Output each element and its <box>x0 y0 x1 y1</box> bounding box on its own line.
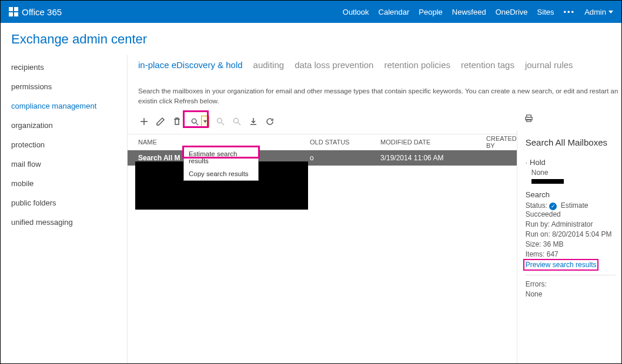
menu-estimate-results[interactable]: Estimate search results <box>184 147 258 167</box>
check-circle-icon: ✓ <box>549 203 557 210</box>
details-pane: Search All Mailboxes ·Hold None Search S… <box>517 130 621 364</box>
sidebar-item-protection[interactable]: protection <box>1 135 127 154</box>
left-nav: recipients permissions compliance manage… <box>1 55 128 364</box>
caret-down-icon <box>203 120 207 123</box>
new-button[interactable] <box>138 115 150 128</box>
page-description: Search the mailboxes in your organizatio… <box>128 73 621 110</box>
sidebar-item-permissions[interactable]: permissions <box>1 77 127 96</box>
feature-tabs: in-place eDiscovery & hold auditing data… <box>128 55 621 73</box>
tab-ediscovery[interactable]: in-place eDiscovery & hold <box>138 60 243 73</box>
search-split-button[interactable] <box>188 115 210 128</box>
plus-icon <box>139 117 149 126</box>
search-drop352-menu: Estimate search results Copy search resu… <box>183 147 259 181</box>
sidebar-item-compliance[interactable]: compliance management <box>1 96 127 116</box>
tab-auditing[interactable]: auditing <box>253 60 285 73</box>
tab-retention-tags[interactable]: retention tags <box>461 60 514 73</box>
stop-search-button[interactable] <box>215 115 226 128</box>
sidebar-item-publicfolders[interactable]: public folders <box>1 193 127 213</box>
size-line: Size: 36 MB <box>526 240 616 248</box>
tab-journal-rules[interactable]: journal rules <box>525 60 573 73</box>
toolbar <box>128 113 621 130</box>
nav-calendar[interactable]: Calendar <box>379 8 410 16</box>
cell-modified: 3/19/2014 11:06 AM <box>380 154 486 162</box>
details-title: Search All Mailboxes <box>526 137 616 147</box>
search-play-icon <box>232 117 242 126</box>
runon-line: Run on: 8/20/2014 5:04 PM <box>526 230 616 238</box>
col-header-modified[interactable]: MODIFIED DATE <box>380 139 486 146</box>
svg-rect-5 <box>527 120 531 122</box>
cell-hold: o <box>310 154 380 162</box>
sidebar-item-organization[interactable]: organization <box>1 116 127 135</box>
svg-point-1 <box>218 119 222 123</box>
search-dropdown-toggle[interactable] <box>201 116 209 127</box>
runby-line: Run by: Administrator <box>526 220 616 228</box>
page-title: Exchange admin center <box>1 23 621 55</box>
printer-icon <box>524 114 533 123</box>
nav-admin-dropdown[interactable]: Admin <box>584 8 613 16</box>
refresh-icon <box>265 117 275 126</box>
sidebar-item-mobile[interactable]: mobile <box>1 174 127 193</box>
refresh-button[interactable] <box>264 115 276 128</box>
hold-value: None <box>526 168 616 177</box>
nav-admin-label: Admin <box>584 8 606 16</box>
sidebar-item-mailflow[interactable]: mail flow <box>1 154 127 174</box>
svg-point-0 <box>192 119 196 123</box>
errors-label: Errors: <box>526 280 616 288</box>
resume-search-button[interactable] <box>231 115 243 128</box>
sidebar-item-unifiedmessaging[interactable]: unified messaging <box>1 213 127 232</box>
export-button[interactable] <box>248 115 259 128</box>
search-section-label: Search <box>526 190 616 199</box>
nav-sites[interactable]: Sites <box>537 8 554 16</box>
nav-newsfeed[interactable]: Newsfeed <box>452 8 486 16</box>
preview-search-results-link[interactable]: Preview search results <box>526 261 597 269</box>
menu-copy-results[interactable]: Copy search results <box>184 167 258 180</box>
status-line: Status: ✓ Estimate Succeeded <box>526 201 616 218</box>
office-waffle-icon <box>9 7 18 16</box>
items-line: Items: 647 <box>526 250 616 258</box>
col-header-hold[interactable]: OLD STATUS <box>310 139 380 146</box>
redacted-block <box>531 179 564 184</box>
download-icon <box>249 117 258 126</box>
nav-outlook[interactable]: Outlook <box>343 8 369 16</box>
print-button[interactable] <box>524 114 533 124</box>
office365-logo[interactable]: Office 365 <box>9 7 62 17</box>
col-header-createdby[interactable]: CREATED BY <box>486 135 517 149</box>
col-header-name[interactable]: NAME <box>128 139 251 146</box>
errors-value: None <box>526 290 616 298</box>
pencil-icon <box>156 117 165 126</box>
tab-retention-policies[interactable]: retention policies <box>384 60 450 73</box>
svg-point-2 <box>234 119 239 123</box>
trash-icon <box>172 117 182 126</box>
magnifier-icon <box>188 117 201 126</box>
nav-onedrive[interactable]: OneDrive <box>496 8 528 16</box>
search-stop-icon <box>216 117 225 126</box>
edit-button[interactable] <box>155 115 166 128</box>
brand-label: Office 365 <box>22 7 62 17</box>
caret-down-icon <box>608 11 613 14</box>
nav-more-icon[interactable]: ••• <box>563 8 575 16</box>
tab-dlp[interactable]: data loss prevention <box>295 60 373 73</box>
nav-people[interactable]: People <box>419 8 442 16</box>
content-area: in-place eDiscovery & hold auditing data… <box>128 55 621 364</box>
hold-section-label: Hold <box>530 158 546 167</box>
sidebar-item-recipients[interactable]: recipients <box>1 58 127 77</box>
delete-button[interactable] <box>171 115 183 128</box>
global-nav: Office 365 Outlook Calendar People Newsf… <box>1 1 621 23</box>
